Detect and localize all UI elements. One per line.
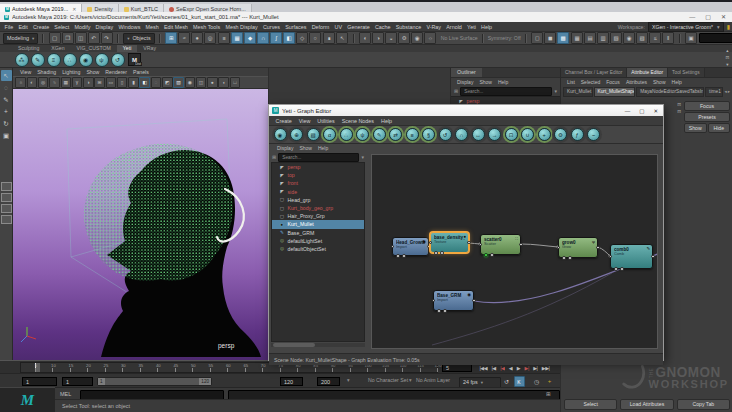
node-attribute-icon[interactable]: α (323, 128, 336, 141)
node-braid-icon[interactable]: § (422, 128, 435, 141)
menu-display[interactable]: Display (93, 24, 116, 30)
menu-show[interactable]: Show (476, 79, 495, 85)
tree-item-kurt-body-geo-grp[interactable]: Kurt_body_geo_grp (272, 204, 364, 212)
open-scene-icon[interactable]: ❐ (62, 32, 74, 44)
tab-mayanodeeditorsavedtabsinfo[interactable]: MayaNodeEditorSavedTabsInfo (636, 87, 704, 97)
filter-icon[interactable]: ⊞ (454, 88, 458, 94)
mount-dist-shelf-button[interactable]: MDist (128, 53, 141, 66)
node-grow-icon[interactable]: ψ (356, 128, 369, 141)
scale-tool-icon[interactable]: ▣ (1, 130, 12, 141)
xray-icon[interactable]: ◌ (151, 77, 162, 88)
pin-node-icon[interactable]: ⊡ (677, 102, 681, 107)
menu-file[interactable]: File (2, 24, 16, 30)
node-width-icon[interactable]: ↔ (472, 128, 485, 141)
bottom-port-1[interactable] (396, 254, 400, 258)
menu-help[interactable]: Help (478, 24, 494, 30)
select-button[interactable]: Select (564, 399, 617, 410)
tab-channel-box-layer-editor[interactable]: Channel Box / Layer Editor (561, 68, 627, 77)
filter-icon[interactable]: ⊞ (272, 154, 276, 160)
yeti-comb-icon[interactable]: ↺ (111, 53, 125, 67)
bottom-port-1[interactable] (614, 267, 618, 271)
animation-end-field[interactable]: 200 (317, 377, 340, 386)
hide-button[interactable]: Hide (708, 123, 731, 133)
menu-utilities[interactable]: Utilities (314, 118, 338, 124)
range-bar-middle[interactable] (105, 378, 200, 385)
tab-sculpting[interactable]: Sculpting (12, 45, 45, 52)
menu-windows[interactable]: Windows (116, 24, 143, 30)
tree-item-persp[interactable]: persp (272, 163, 364, 171)
menu-substance[interactable]: Substance (393, 24, 424, 30)
xray-toggle-icon[interactable]: ≤ (649, 32, 661, 44)
menu-selected[interactable]: Selected (578, 79, 603, 85)
lock-workspace-icon[interactable]: ▮ (727, 23, 730, 30)
chevron-down-icon[interactable]: ▾ (361, 154, 364, 160)
tab-nav-right-icon[interactable]: ▸ (728, 89, 730, 94)
tab-tool-settings[interactable]: Tool Settings (668, 68, 704, 77)
output-port[interactable] (651, 255, 655, 259)
tree-item-front[interactable]: front (272, 179, 364, 187)
yeti-cache-icon[interactable]: ◉ (79, 53, 93, 67)
tree-search-input[interactable]: Search... (278, 153, 359, 162)
ambient-occlusion-icon[interactable]: ◎ (38, 77, 49, 88)
fps-dropdown[interactable]: 24 fps▾ (459, 377, 501, 388)
highlight-selection-icon[interactable]: ↖ (336, 32, 348, 44)
pause-viewport-icon[interactable]: ‖ (662, 32, 674, 44)
flat-shade-icon[interactable]: ◖ (218, 77, 229, 88)
menu-help[interactable]: Help (378, 118, 396, 124)
node-comb-icon[interactable]: ✎ (373, 128, 386, 141)
bottom-port-2[interactable] (402, 254, 406, 258)
workspace-dropdown[interactable]: XGen - Interactive Groom*▾ (648, 22, 724, 32)
snap-to-point-icon[interactable]: ● (191, 32, 203, 44)
mask-curves-icon[interactable]: ∫ (270, 32, 282, 44)
motion-blur-icon[interactable]: ≈ (49, 77, 60, 88)
tree-item-head-grp[interactable]: Head_grp (272, 196, 364, 204)
select-by-hierarchy-icon[interactable]: ≡ (218, 32, 230, 44)
node-import-icon[interactable]: ⊕ (290, 128, 303, 141)
grid-icon[interactable]: ⊞ (94, 77, 105, 88)
hypershade-icon[interactable]: ◉ (411, 32, 423, 44)
undo-icon[interactable]: ↶ (88, 32, 100, 44)
node-expression-icon[interactable]: ƒ (571, 128, 584, 141)
graph-node-comb0[interactable]: comb0Comb✎ (610, 244, 653, 269)
bottom-port-1[interactable] (437, 309, 441, 313)
bottom-port-2[interactable] (620, 267, 624, 271)
bottom-port-1[interactable] (484, 253, 488, 257)
chevron-down-icon[interactable]: ▾ (409, 377, 412, 383)
input-port[interactable] (432, 299, 436, 303)
menu-help[interactable]: Help (315, 145, 331, 151)
tree-item-defaultlightset[interactable]: defaultLightSet (272, 237, 364, 245)
paint-select-tool-icon[interactable]: ✎ (1, 94, 12, 105)
minimize-window-icon[interactable]: — (689, 12, 695, 22)
menu-mesh[interactable]: Mesh (143, 24, 161, 30)
symmetry-label[interactable]: Symmetry: Off (488, 35, 521, 41)
rotate-tool-icon[interactable]: ↻ (1, 118, 12, 129)
mask-handles-icon[interactable]: ◆ (244, 32, 256, 44)
snap-to-curve-icon[interactable]: ≈ (178, 32, 190, 44)
menu-cache[interactable]: Cache (372, 24, 393, 30)
tab-xgen[interactable]: XGen (45, 45, 70, 52)
menu-list[interactable]: List (564, 79, 578, 85)
anim-layer-label[interactable]: No Anim Layer (416, 377, 450, 383)
menu-view[interactable]: View (295, 118, 314, 124)
selection-filter-dropdown[interactable]: ▾Objects (123, 33, 155, 44)
menu-deform[interactable]: Deform (309, 24, 332, 30)
menu-attributes[interactable]: Attributes (623, 79, 650, 85)
tab-vig-custom[interactable]: VIG_CUSTOM (71, 45, 117, 52)
tab-vray[interactable]: VRay (137, 45, 162, 52)
set-key-icon[interactable]: + (545, 376, 555, 386)
tree-item-side[interactable]: side (272, 188, 364, 196)
menu-surfaces[interactable]: Surfaces (283, 24, 309, 30)
redo-icon[interactable]: ↷ (101, 32, 113, 44)
menu-mesh-display[interactable]: Mesh Display (223, 24, 261, 30)
auto-keyframe-toggle[interactable]: K (514, 376, 525, 387)
graph-node-head-growth-geo[interactable]: Head_Growth_GeoImport◉ (392, 237, 429, 256)
textured-display-icon[interactable]: ▩ (557, 32, 569, 44)
mask-surfaces-icon[interactable]: ◧ (283, 32, 295, 44)
new-scene-icon[interactable]: ▢ (49, 32, 61, 44)
script-editor-icon[interactable]: ⊞ (546, 391, 551, 397)
yeti-create-groom-icon[interactable]: ⁂ (15, 53, 29, 67)
panel-box-icon[interactable]: ⊡ (726, 55, 730, 60)
render-settings-icon[interactable]: ⚙ (398, 32, 410, 44)
resolution-gate-icon[interactable]: ▧ (610, 32, 622, 44)
playback-start-field[interactable]: 1 (62, 377, 93, 386)
